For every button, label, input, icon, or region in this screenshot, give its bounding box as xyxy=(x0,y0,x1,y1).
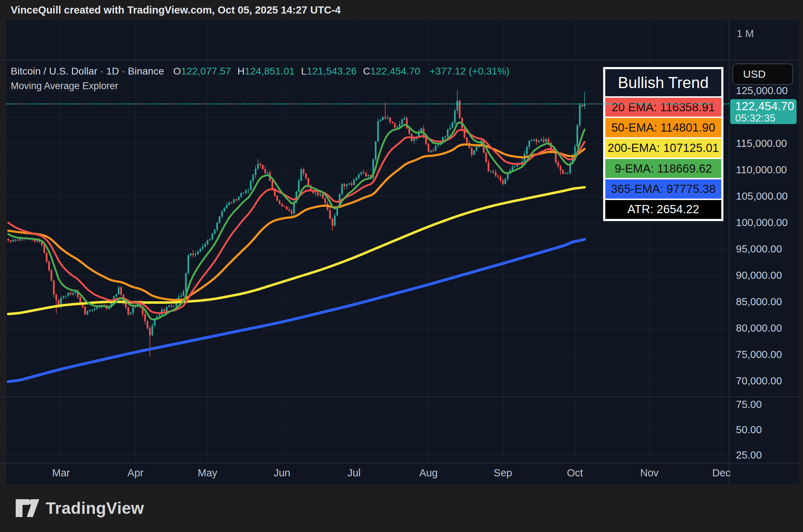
price-tick: 85,000.00 xyxy=(736,296,782,308)
legend-symbol-row: Bitcoin / U.S. Dollar · 1D · Binance O12… xyxy=(11,66,510,77)
price-tick: 95,000.00 xyxy=(736,243,782,255)
price-tick: 110,000.00 xyxy=(736,164,787,176)
tradingview-logo-icon[interactable] xyxy=(16,499,39,517)
chart-title-bar: VinceQuill created with TradingView.com,… xyxy=(0,0,803,20)
ohlc-values: O122,077.57H124,851.01L121,543.26C122,45… xyxy=(167,66,420,77)
price-tick: 115,000.00 xyxy=(736,138,787,149)
currency-toggle-button[interactable]: USD xyxy=(732,63,793,85)
ema-value-rows: 20 EMA: 116358.9150-EMA: 114801.90200-EM… xyxy=(605,98,721,219)
panel-row: 200-EMA: 107125.01 xyxy=(605,139,721,158)
ohlc-H: H124,851.01 xyxy=(237,66,294,77)
page-title: VinceQuill created with TradingView.com,… xyxy=(11,4,341,16)
time-tick-apr: Apr xyxy=(127,467,143,479)
time-tick-nov: Nov xyxy=(640,467,659,479)
upper-pane-scale-label: 1 M xyxy=(737,28,754,40)
time-tick-jul: Jul xyxy=(347,467,360,479)
ema-line-20 xyxy=(8,130,585,313)
legend: Bitcoin / U.S. Dollar · 1D · Binance O12… xyxy=(11,66,510,92)
time-tick-mar: Mar xyxy=(52,467,70,479)
price-tick: 75,000.00 xyxy=(736,349,782,360)
price-tick: 80,000.00 xyxy=(736,322,782,334)
price-axis-border[interactable] xyxy=(729,20,729,484)
last-price-dotted-line xyxy=(6,103,729,104)
panel-row: 9-EMA: 118669.62 xyxy=(605,159,721,178)
price-tick: 125,000.00 xyxy=(736,85,788,97)
left-margin-strip xyxy=(0,20,6,484)
ohlc-L: L121,543.26 xyxy=(301,66,357,77)
price-tick: 70,000.00 xyxy=(736,375,782,387)
pane-divider-bottom[interactable] xyxy=(0,463,799,464)
price-tick: 90,000.00 xyxy=(736,270,782,281)
time-tick-aug: Aug xyxy=(419,467,438,479)
lower-pane-tick: 25.00 xyxy=(736,449,762,461)
time-tick-may: May xyxy=(198,467,217,479)
bullish-trend-panel: Bullish Trend 20 EMA: 116358.9150-EMA: 1… xyxy=(603,67,723,221)
last-price: 122,454.70 xyxy=(735,100,797,113)
brand-name[interactable]: TradingView xyxy=(46,498,144,518)
price-tick: 100,000.00 xyxy=(736,217,788,229)
tradingview-window: VinceQuill created with TradingView.com,… xyxy=(0,0,803,532)
time-tick-jun: Jun xyxy=(274,467,291,479)
ohlc-C: C122,454.70 xyxy=(363,66,420,77)
panel-row: 50-EMA: 114801.90 xyxy=(605,118,721,137)
candles xyxy=(7,91,586,357)
footer: TradingView xyxy=(0,484,803,532)
time-tick-oct: Oct xyxy=(567,467,583,479)
last-price-badge: 122,454.70 05:32:35 xyxy=(730,99,797,124)
panel-row: ATR: 2654.22 xyxy=(605,200,721,219)
pane-divider-main[interactable] xyxy=(0,397,799,397)
lower-pane-tick: 75.00 xyxy=(736,399,762,410)
price-tick: 105,000.00 xyxy=(736,190,788,202)
symbol-description[interactable]: Bitcoin / U.S. Dollar · 1D · Binance xyxy=(11,66,164,77)
pane-divider-top[interactable] xyxy=(0,60,799,61)
time-tick-sep: Sep xyxy=(494,467,512,479)
time-tick-dec: Dec xyxy=(712,467,731,479)
panel-row: 365-EMA: 97775.38 xyxy=(605,179,721,198)
bar-countdown: 05:32:35 xyxy=(735,113,797,123)
lower-pane-tick: 50.00 xyxy=(736,424,762,436)
panel-row: 20 EMA: 116358.91 xyxy=(605,98,721,117)
ohlc-O: O122,077.57 xyxy=(173,66,231,77)
indicator-name[interactable]: Moving Average Explorer xyxy=(11,81,510,92)
right-margin-strip xyxy=(799,20,803,484)
trend-status-label: Bullish Trend xyxy=(605,69,721,96)
change-value: +377.12 (+0.31%) xyxy=(429,66,509,77)
